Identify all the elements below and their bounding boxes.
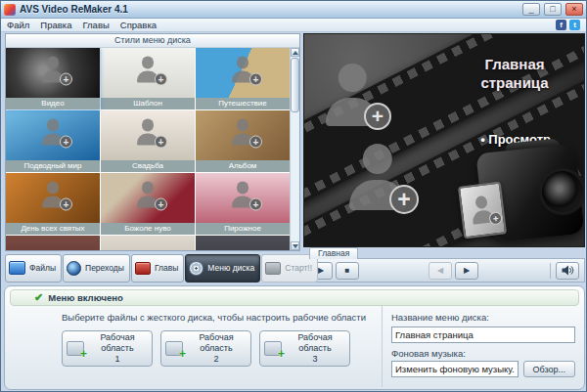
music-input[interactable] — [391, 361, 519, 377]
add-icon — [249, 198, 262, 211]
preview-tab-main[interactable]: Главная — [309, 247, 358, 259]
style-thumbnail — [6, 236, 100, 250]
add-icon — [60, 73, 72, 86]
person-placeholder-icon — [468, 195, 496, 225]
menu-enabled-toggle[interactable]: ✔ Меню включено — [10, 289, 579, 306]
instruction-text: Выберите файлы с жесткого диска, чтобы н… — [62, 312, 374, 323]
add-icon — [364, 103, 391, 130]
style-item-underwater[interactable]: Подводный мир — [6, 110, 100, 172]
style-item-label: Альбом — [196, 160, 290, 172]
music-row: Обзор... — [391, 361, 575, 377]
work-area-button-1[interactable]: Рабочая область 1 — [62, 330, 153, 367]
volume-button[interactable] — [556, 262, 579, 280]
person-placeholder-icon — [230, 182, 255, 208]
add-icon — [249, 136, 262, 149]
style-item-label: Видео — [6, 98, 100, 109]
styles-scrollbar[interactable] — [290, 48, 299, 250]
styles-grid: Видео Шаблон Путешествие Подводный мир — [6, 48, 290, 250]
scroll-down-button[interactable] — [291, 241, 299, 250]
person-placeholder-icon — [135, 57, 160, 83]
work-area-label-text: Рабочая область — [100, 332, 134, 353]
prev-page-button[interactable]: ◀ — [429, 262, 452, 280]
person-placeholder-icon — [230, 119, 255, 146]
stop-button[interactable]: ■ — [336, 262, 359, 280]
add-icon — [488, 211, 502, 225]
style-item-template[interactable]: Шаблон — [101, 48, 195, 109]
person-placeholder-icon[interactable] — [345, 144, 410, 210]
work-areas-section: Выберите файлы с жесткого диска, чтобы н… — [5, 306, 382, 387]
app-icon — [4, 4, 16, 16]
style-item-label: Шаблон — [101, 98, 195, 109]
toolbar-button-label: Меню диска — [207, 263, 254, 273]
menu-settings-section: Название меню диска: Фоновая музыка: Обз… — [382, 306, 584, 387]
transport-bar: ▶ ■ ◀ ▶ — [303, 258, 585, 283]
menu-name-input[interactable] — [391, 327, 575, 343]
work-area-label: Рабочая область 3 — [285, 332, 345, 364]
toolbar-button-label: Главы — [155, 263, 178, 273]
work-area-label: Рабочая область 1 — [87, 332, 148, 364]
style-item-beaujolais[interactable]: Божоле нуво — [101, 173, 195, 235]
add-files-icon — [264, 341, 282, 356]
style-item-partial[interactable] — [6, 236, 100, 250]
style-item-label: Свадьба — [101, 160, 195, 172]
twitter-icon[interactable]: t — [569, 20, 580, 30]
work-area-number: 2 — [186, 354, 247, 365]
styles-panel-header: Стили меню диска — [6, 34, 299, 48]
add-icon — [389, 185, 419, 214]
menu-item-file[interactable]: Файл — [7, 20, 29, 30]
style-item-partial[interactable] — [196, 236, 290, 250]
minimize-button[interactable]: _ — [522, 3, 540, 16]
work-area-number: 3 — [285, 354, 345, 365]
style-item-wedding[interactable]: Свадьба — [101, 110, 195, 172]
style-thumbnail — [101, 110, 195, 160]
style-item-halloween[interactable]: День всех святых — [6, 173, 100, 235]
transport-divider — [550, 263, 551, 279]
main-toolbar: Файлы Переходы Главы Меню диска Старт!! — [5, 253, 301, 283]
toolbar-button-files[interactable]: Файлы — [5, 254, 62, 283]
add-icon — [155, 136, 167, 149]
style-item-cake[interactable]: Пирожное — [196, 173, 290, 235]
menu-item-edit[interactable]: Правка — [40, 20, 71, 30]
scroll-up-button[interactable] — [291, 48, 299, 57]
music-label: Фоновая музыка: — [391, 348, 575, 359]
style-item-partial[interactable] — [101, 236, 195, 250]
menu-item-help[interactable]: Справка — [120, 20, 157, 30]
window-title: AVS Video ReMaker 4.1 — [20, 4, 519, 15]
style-thumbnail — [196, 173, 290, 223]
menu-name-label: Название меню диска: — [391, 312, 575, 323]
toolbar-button-disc-menu[interactable]: Меню диска — [185, 254, 260, 283]
work-area-label-text: Рабочая область — [297, 332, 332, 353]
add-icon — [155, 73, 167, 86]
style-thumbnail — [6, 110, 100, 160]
toolbar-button-label: Файлы — [29, 263, 56, 273]
style-thumbnail — [196, 236, 290, 250]
social-links: f t — [556, 20, 580, 30]
style-item-video[interactable]: Видео — [6, 48, 100, 109]
scroll-thumb[interactable] — [291, 58, 299, 112]
person-placeholder-icon[interactable] — [322, 64, 383, 126]
person-placeholder-icon — [40, 57, 66, 83]
style-thumbnail — [196, 48, 290, 98]
work-area-button-2[interactable]: Рабочая область 2 — [160, 330, 251, 367]
close-button[interactable]: × — [565, 3, 583, 16]
menu-item-chapters[interactable]: Главы — [82, 20, 109, 30]
browse-button[interactable]: Обзор... — [523, 361, 576, 377]
toolbar-button-chapters[interactable]: Главы — [131, 254, 184, 283]
work-area-button-3[interactable]: Рабочая область 3 — [259, 330, 350, 367]
add-files-icon — [165, 341, 183, 356]
style-item-album[interactable]: Альбом — [196, 110, 290, 172]
maximize-button[interactable]: □ — [544, 3, 562, 16]
toolbar-button-transitions[interactable]: Переходы — [63, 254, 130, 283]
transitions-icon — [67, 261, 81, 276]
person-placeholder-icon — [135, 182, 160, 208]
files-icon — [9, 261, 25, 275]
style-item-travel[interactable]: Путешествие — [196, 48, 290, 109]
style-item-label: Пирожное — [196, 223, 290, 235]
toolbar-button-label: Переходы — [85, 263, 124, 273]
next-page-button[interactable]: ▶ — [455, 262, 478, 280]
person-placeholder-icon — [40, 182, 66, 208]
style-thumbnail — [6, 48, 100, 98]
person-placeholder-icon — [135, 119, 160, 146]
start-icon — [265, 262, 281, 275]
facebook-icon[interactable]: f — [556, 20, 566, 30]
